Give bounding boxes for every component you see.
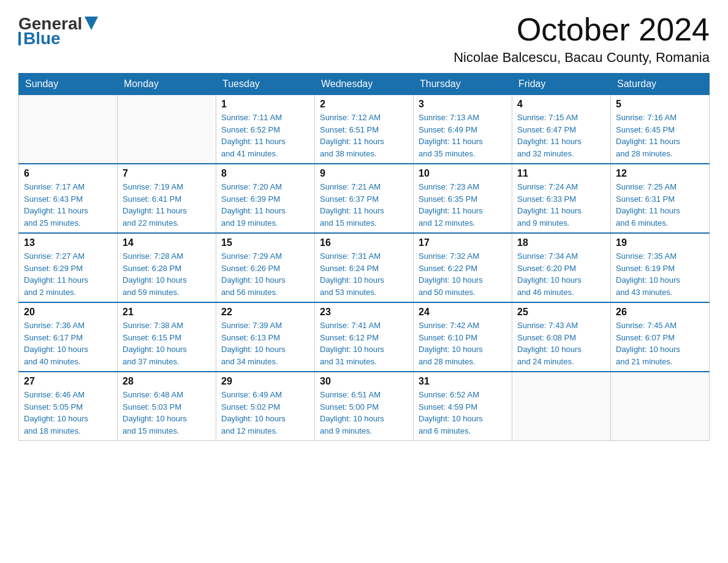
calendar-day-cell: 24Sunrise: 7:42 AMSunset: 6:10 PMDayligh…	[414, 302, 512, 372]
calendar-day-cell: 17Sunrise: 7:32 AMSunset: 6:22 PMDayligh…	[414, 233, 512, 302]
calendar-week-row: 1Sunrise: 7:11 AMSunset: 6:52 PMDaylight…	[19, 95, 710, 164]
sun-info: Sunrise: 6:51 AMSunset: 5:00 PMDaylight:…	[320, 389, 408, 437]
calendar-day-cell: 22Sunrise: 7:39 AMSunset: 6:13 PMDayligh…	[216, 302, 315, 372]
calendar-day-cell: 20Sunrise: 7:36 AMSunset: 6:17 PMDayligh…	[19, 302, 118, 372]
sun-info: Sunrise: 6:52 AMSunset: 4:59 PMDaylight:…	[419, 389, 507, 437]
day-number: 9	[320, 168, 408, 179]
sun-info: Sunrise: 6:46 AMSunset: 5:05 PMDaylight:…	[24, 389, 112, 437]
calendar-day-cell: 29Sunrise: 6:49 AMSunset: 5:02 PMDayligh…	[216, 372, 315, 441]
day-number: 28	[123, 376, 211, 387]
day-number: 4	[517, 99, 605, 110]
day-number: 31	[419, 376, 507, 387]
calendar-day-cell: 25Sunrise: 7:43 AMSunset: 6:08 PMDayligh…	[512, 302, 611, 372]
sun-info: Sunrise: 6:48 AMSunset: 5:03 PMDaylight:…	[123, 389, 211, 437]
calendar-day-cell	[512, 372, 611, 441]
calendar-day-cell: 28Sunrise: 6:48 AMSunset: 5:03 PMDayligh…	[118, 372, 216, 441]
sun-info: Sunrise: 7:42 AMSunset: 6:10 PMDaylight:…	[419, 320, 507, 367]
calendar-week-row: 20Sunrise: 7:36 AMSunset: 6:17 PMDayligh…	[19, 302, 710, 372]
calendar-day-cell: 18Sunrise: 7:34 AMSunset: 6:20 PMDayligh…	[512, 233, 611, 302]
day-number: 25	[517, 307, 605, 318]
day-number: 18	[517, 237, 605, 248]
sun-info: Sunrise: 7:17 AMSunset: 6:43 PMDaylight:…	[24, 181, 112, 229]
calendar-day-cell: 14Sunrise: 7:28 AMSunset: 6:28 PMDayligh…	[118, 233, 216, 302]
calendar-day-cell: 13Sunrise: 7:27 AMSunset: 6:29 PMDayligh…	[19, 233, 118, 302]
day-of-week-header: Friday	[512, 74, 611, 95]
day-number: 5	[616, 99, 704, 110]
calendar-week-row: 6Sunrise: 7:17 AMSunset: 6:43 PMDaylight…	[19, 164, 710, 233]
sun-info: Sunrise: 7:21 AMSunset: 6:37 PMDaylight:…	[320, 181, 408, 229]
calendar-day-cell: 9Sunrise: 7:21 AMSunset: 6:37 PMDaylight…	[315, 164, 414, 233]
calendar-header-row: SundayMondayTuesdayWednesdayThursdayFrid…	[19, 74, 710, 95]
day-number: 16	[320, 237, 408, 248]
logo-triangle-icon	[85, 17, 98, 30]
day-number: 17	[419, 237, 507, 248]
day-of-week-header: Tuesday	[216, 74, 315, 95]
logo-blue-text: Blue	[23, 30, 61, 47]
sun-info: Sunrise: 7:16 AMSunset: 6:45 PMDaylight:…	[616, 112, 704, 159]
day-number: 21	[123, 307, 211, 318]
sun-info: Sunrise: 7:36 AMSunset: 6:17 PMDaylight:…	[24, 320, 112, 367]
day-number: 20	[24, 307, 112, 318]
day-of-week-header: Saturday	[611, 74, 710, 95]
day-of-week-header: Thursday	[414, 74, 512, 95]
day-number: 24	[419, 307, 507, 318]
logo: General Blue	[18, 15, 98, 47]
day-number: 29	[221, 376, 309, 387]
sun-info: Sunrise: 7:24 AMSunset: 6:33 PMDaylight:…	[517, 181, 605, 229]
calendar-week-row: 27Sunrise: 6:46 AMSunset: 5:05 PMDayligh…	[19, 372, 710, 441]
sun-info: Sunrise: 7:23 AMSunset: 6:35 PMDaylight:…	[419, 181, 507, 229]
title-area: October 2024 Nicolae Balcescu, Bacau Cou…	[453, 12, 710, 66]
sun-info: Sunrise: 7:29 AMSunset: 6:26 PMDaylight:…	[221, 250, 309, 298]
month-title: October 2024	[453, 12, 710, 47]
sun-info: Sunrise: 7:15 AMSunset: 6:47 PMDaylight:…	[517, 112, 605, 159]
day-number: 26	[616, 307, 704, 318]
day-of-week-header: Wednesday	[315, 74, 414, 95]
sun-info: Sunrise: 7:39 AMSunset: 6:13 PMDaylight:…	[221, 320, 309, 367]
sun-info: Sunrise: 7:28 AMSunset: 6:28 PMDaylight:…	[123, 250, 211, 298]
calendar-week-row: 13Sunrise: 7:27 AMSunset: 6:29 PMDayligh…	[19, 233, 710, 302]
header: General Blue October 2024 Nicolae Balces…	[18, 12, 710, 66]
calendar-day-cell: 6Sunrise: 7:17 AMSunset: 6:43 PMDaylight…	[19, 164, 118, 233]
calendar-day-cell: 23Sunrise: 7:41 AMSunset: 6:12 PMDayligh…	[315, 302, 414, 372]
sun-info: Sunrise: 7:34 AMSunset: 6:20 PMDaylight:…	[517, 250, 605, 298]
calendar-day-cell: 30Sunrise: 6:51 AMSunset: 5:00 PMDayligh…	[315, 372, 414, 441]
day-of-week-header: Sunday	[19, 74, 118, 95]
sun-info: Sunrise: 7:11 AMSunset: 6:52 PMDaylight:…	[221, 112, 309, 159]
day-number: 12	[616, 168, 704, 179]
sun-info: Sunrise: 6:49 AMSunset: 5:02 PMDaylight:…	[221, 389, 309, 437]
day-number: 7	[123, 168, 211, 179]
calendar-day-cell: 10Sunrise: 7:23 AMSunset: 6:35 PMDayligh…	[414, 164, 512, 233]
calendar-day-cell: 19Sunrise: 7:35 AMSunset: 6:19 PMDayligh…	[611, 233, 710, 302]
sun-info: Sunrise: 7:27 AMSunset: 6:29 PMDaylight:…	[24, 250, 112, 298]
sun-info: Sunrise: 7:45 AMSunset: 6:07 PMDaylight:…	[616, 320, 704, 367]
calendar-day-cell: 11Sunrise: 7:24 AMSunset: 6:33 PMDayligh…	[512, 164, 611, 233]
day-number: 14	[123, 237, 211, 248]
sun-info: Sunrise: 7:19 AMSunset: 6:41 PMDaylight:…	[123, 181, 211, 229]
sun-info: Sunrise: 7:32 AMSunset: 6:22 PMDaylight:…	[419, 250, 507, 298]
day-number: 8	[221, 168, 309, 179]
day-number: 23	[320, 307, 408, 318]
calendar-day-cell: 4Sunrise: 7:15 AMSunset: 6:47 PMDaylight…	[512, 95, 611, 164]
calendar-day-cell	[118, 95, 216, 164]
sun-info: Sunrise: 7:38 AMSunset: 6:15 PMDaylight:…	[123, 320, 211, 367]
calendar-day-cell: 8Sunrise: 7:20 AMSunset: 6:39 PMDaylight…	[216, 164, 315, 233]
day-number: 1	[221, 99, 309, 110]
calendar-day-cell: 21Sunrise: 7:38 AMSunset: 6:15 PMDayligh…	[118, 302, 216, 372]
day-of-week-header: Monday	[118, 74, 216, 95]
calendar-day-cell: 27Sunrise: 6:46 AMSunset: 5:05 PMDayligh…	[19, 372, 118, 441]
calendar-day-cell: 31Sunrise: 6:52 AMSunset: 4:59 PMDayligh…	[414, 372, 512, 441]
calendar-day-cell: 15Sunrise: 7:29 AMSunset: 6:26 PMDayligh…	[216, 233, 315, 302]
location-subtitle: Nicolae Balcescu, Bacau County, Romania	[453, 50, 710, 66]
day-number: 30	[320, 376, 408, 387]
day-number: 2	[320, 99, 408, 110]
calendar-day-cell: 1Sunrise: 7:11 AMSunset: 6:52 PMDaylight…	[216, 95, 315, 164]
day-number: 15	[221, 237, 309, 248]
day-number: 22	[221, 307, 309, 318]
svg-marker-0	[85, 17, 98, 30]
sun-info: Sunrise: 7:35 AMSunset: 6:19 PMDaylight:…	[616, 250, 704, 298]
day-number: 3	[419, 99, 507, 110]
sun-info: Sunrise: 7:20 AMSunset: 6:39 PMDaylight:…	[221, 181, 309, 229]
calendar-day-cell: 2Sunrise: 7:12 AMSunset: 6:51 PMDaylight…	[315, 95, 414, 164]
calendar-day-cell: 16Sunrise: 7:31 AMSunset: 6:24 PMDayligh…	[315, 233, 414, 302]
day-number: 11	[517, 168, 605, 179]
